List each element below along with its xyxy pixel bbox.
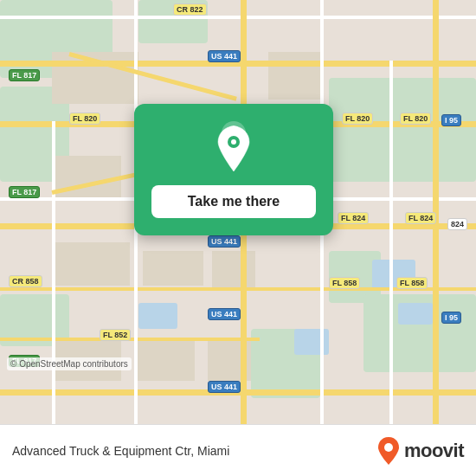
green-area-3 — [329, 78, 476, 182]
label-cr858: CR 858 — [9, 275, 42, 287]
water-4 — [138, 303, 177, 329]
block-7 — [212, 251, 255, 290]
svg-point-5 — [384, 443, 393, 452]
water-2 — [398, 303, 433, 325]
label-fl824-2: FL 824 — [405, 212, 436, 224]
moovit-logo: moovit — [376, 437, 464, 465]
block-9 — [134, 338, 195, 381]
label-us441-mid: US 441 — [208, 235, 241, 248]
label-fl817-1: FL 817 — [9, 69, 40, 81]
label-us441-bot: US 441 — [208, 381, 241, 393]
road-v-6 — [389, 61, 393, 424]
take-me-there-button[interactable]: Take me there — [151, 185, 316, 218]
block-5 — [52, 242, 130, 286]
label-cr822: CR 822 — [173, 3, 207, 16]
block-2 — [268, 52, 320, 100]
location-info-text: Advanced Truck & Equipment Ctr, Miami — [12, 444, 229, 458]
map-container: CR 822 US 441 FL 817 FL 820 FL 820 FL 82… — [0, 0, 476, 424]
label-fl858-1: FL 858 — [329, 277, 360, 289]
popup-card: Take me there — [134, 104, 333, 235]
label-fl817-2: FL 817 — [9, 186, 40, 198]
label-i95-1: I 95 — [441, 114, 461, 126]
svg-point-4 — [231, 139, 236, 145]
label-fl820-3: FL 820 — [400, 113, 431, 125]
moovit-pin-icon — [376, 437, 401, 465]
osm-attribution: © OpenStreetMap contributors — [7, 357, 132, 370]
road-v-5 — [52, 121, 55, 424]
label-824: 824 — [447, 218, 467, 230]
label-fl824-1: FL 824 — [338, 212, 369, 224]
label-us441-top: US 441 — [208, 50, 241, 62]
label-fl858-2: FL 858 — [396, 277, 428, 289]
pin-wrapper — [215, 126, 253, 177]
label-fl820-1: FL 820 — [69, 113, 100, 125]
label-i95-2: I 95 — [441, 312, 461, 324]
bottom-bar: Advanced Truck & Equipment Ctr, Miami mo… — [0, 424, 476, 476]
label-us441-low: US 441 — [208, 308, 241, 320]
block-6 — [143, 251, 203, 286]
water-3 — [294, 329, 329, 355]
moovit-text: moovit — [404, 440, 464, 462]
label-fl852: FL 852 — [100, 329, 131, 341]
road-h-1 — [0, 16, 476, 19]
label-fl820-2: FL 820 — [342, 113, 373, 125]
pin-svg — [215, 126, 253, 173]
